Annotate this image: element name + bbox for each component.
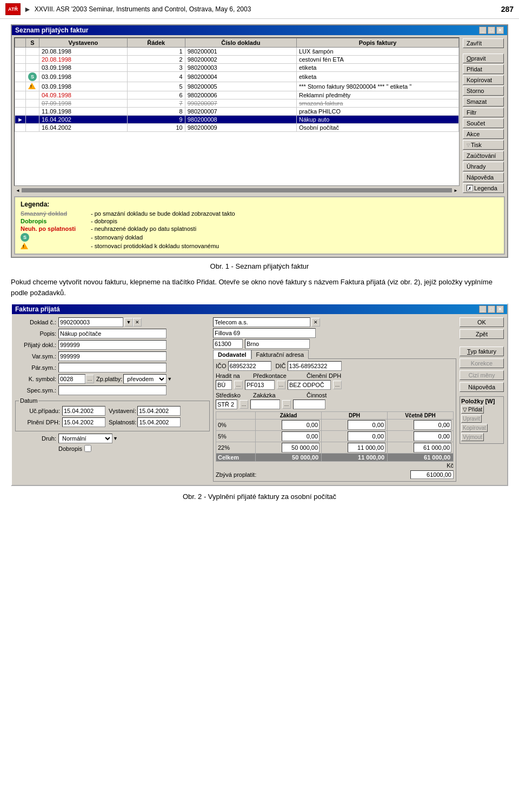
table-row[interactable]: ► 16.04.2002 9 980200008 Nákup auto [15,116,459,124]
minimize-button-f2[interactable]: _ [479,305,487,313]
soucet-button[interactable]: Součet [463,118,504,128]
napoveda-button[interactable]: Nápověda [463,172,504,182]
stredisko-browse-button[interactable]: … [239,400,248,409]
supplier-street-input[interactable] [213,328,316,338]
filtr-button[interactable]: Filtr [463,108,504,117]
polozky-upravit-button[interactable]: Upravit [461,415,482,423]
napoveda-f2-button[interactable]: Nápověda [460,382,504,392]
storno-button[interactable]: Storno [463,86,504,96]
polozky-nav-button[interactable]: ▽ Přidat [461,405,484,414]
supplier-x-button[interactable]: ✕ [311,318,320,327]
supplier-name-input[interactable] [213,317,310,327]
splatnost-input[interactable] [137,417,181,427]
specsym-input[interactable] [58,385,167,395]
pf013-input[interactable] [245,380,275,390]
supplier-zip-input[interactable] [213,339,243,349]
cizi-meny-button[interactable]: Cizí měny [460,370,504,380]
zpet-button[interactable]: Zpět [460,329,504,339]
polozky-kopirovat-button[interactable]: Kopírovat [461,424,488,432]
uhrady-button[interactable]: Úhrady [463,162,504,171]
prijaty-input[interactable] [58,340,167,350]
ico-input[interactable] [228,361,271,371]
zpplatby-arrow-icon: ▼ [167,376,172,382]
hradit-label: Hradit na [216,372,251,379]
dobropis-checkbox[interactable] [84,445,91,452]
zauctovani-button[interactable]: Zaúčtování [463,151,504,161]
supplier-city-input[interactable] [245,339,310,349]
close-button[interactable]: ✕ [496,26,504,34]
pf013-browse-button[interactable]: … [277,381,285,389]
zaklad-22-input[interactable] [282,443,320,452]
cell-indicator [15,72,26,82]
polozky-vyjmout-button[interactable]: Vyjmout [461,433,484,441]
parsym-input[interactable] [58,363,167,372]
maximize-button[interactable]: □ [488,26,495,34]
zaklad-0-input[interactable] [282,420,320,430]
druh-select[interactable]: Normální [58,434,112,443]
rate-0: 0% [216,420,256,431]
tab-fakturacni[interactable]: Fakturační adresa [251,350,309,359]
polozky-arrow-icon: ▽ [463,407,467,412]
table-row[interactable]: 16.04.2002 10 980200009 Osobní počítač [15,124,459,132]
maximize-button-f2[interactable]: □ [488,305,495,313]
vystaveni-label: Vystavení: [109,408,136,414]
doklad-input[interactable] [58,317,123,327]
pridat-button[interactable]: Přidat [463,64,504,74]
table-row[interactable]: S 03.09.1998 4 980200004 etiketa [15,72,459,82]
typ-faktury-button[interactable]: Typ faktury [460,347,504,356]
tab-dodavatel[interactable]: Dodavatel [213,350,251,359]
dph-5-input[interactable] [348,431,385,441]
dph-0-input[interactable] [348,420,385,430]
bezodpoc-browse-button[interactable]: … [333,381,342,389]
scrollbar-horizontal[interactable]: ◄ ► [14,187,460,194]
scroll-left-button[interactable]: ◄ [14,188,22,193]
korekce-button[interactable]: Korekce [460,358,504,368]
table-row[interactable]: 20.08.1998 1 980200001 LUX šampón [15,48,459,56]
cinnost-input[interactable] [293,400,325,409]
form-far-right: OK Zpět Typ faktury Korekce Cizí měny Ná… [460,317,504,482]
table-row[interactable]: 04.09.1998 6 980200006 Reklamní předměty [15,91,459,99]
stredisko-input[interactable] [216,400,237,409]
opravit-button[interactable]: Opravit [463,54,504,63]
close-button-f2[interactable]: ✕ [496,305,504,313]
legenda-button[interactable]: ✗ Legenda [463,183,504,193]
bu-browse-button[interactable]: … [234,381,243,389]
popis-input[interactable] [58,329,167,338]
vcetne-22-input[interactable] [414,443,451,452]
doklad-label: Doklad č.: [15,319,58,325]
bu-input[interactable] [216,380,232,390]
zpplatby-select[interactable]: převodem [123,374,167,384]
table-row[interactable]: 07.09.1998 7 990200007 smazaná faktura [15,99,459,108]
dic-input[interactable] [288,361,342,371]
dic-field: DIČ [276,361,342,371]
akce-button[interactable]: Akce [463,129,504,139]
doklad-browse-button[interactable]: ▼ [124,318,133,327]
close-button-zavrит[interactable]: Zavřít [463,38,504,48]
zaklad-5-input[interactable] [282,431,320,441]
bezodpoc-input[interactable] [288,380,331,390]
vcetne-5-input[interactable] [414,431,451,441]
plneni-input[interactable] [62,417,105,427]
table-row[interactable]: 20.08.1998 2 980200002 cestovní fén ETA [15,56,459,64]
minimize-button[interactable]: _ [479,26,487,34]
kopirovat-button[interactable]: Kopírovat [463,75,504,85]
dph-22-input[interactable] [348,443,385,452]
table-row[interactable]: 11.09.1998 8 980200007 pračka PHILCO [15,108,459,116]
col-vcetne: Včetně DPH [388,412,454,420]
ksymbol-input[interactable] [58,374,85,384]
zakazka-input[interactable] [250,400,280,409]
ok-button[interactable]: OK [460,317,504,327]
uc-pripadu-input[interactable] [62,406,105,416]
vcetne-0-input[interactable] [414,420,451,430]
ksymbol-browse-button[interactable]: … [85,375,94,383]
zakazka-browse-button[interactable]: … [282,400,291,409]
doklad-x-button[interactable]: ✕ [133,318,142,327]
table-row[interactable]: ! 03.09.1998 5 980200005 *** Storno fakt… [15,82,459,91]
vystaveni-input[interactable] [137,406,181,416]
tisk-button[interactable]: ▽ Tisk [463,140,504,150]
varsym-input[interactable] [58,351,167,361]
scroll-right-button[interactable]: ► [452,188,460,193]
plneni-label: Plnění DPH: [19,419,62,425]
smazat-button[interactable]: Smazat [463,97,504,107]
table-row[interactable]: 03.09.1998 3 980200003 etiketa [15,64,459,72]
